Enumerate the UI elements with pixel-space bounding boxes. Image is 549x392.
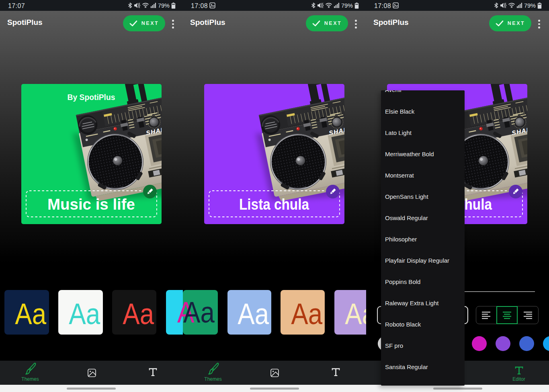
svg-text:By SpotiPlus: By SpotiPlus	[68, 93, 115, 102]
svg-text:Music is life: Music is life	[47, 196, 135, 213]
svg-text:Lista chula: Lista chula	[239, 196, 309, 213]
